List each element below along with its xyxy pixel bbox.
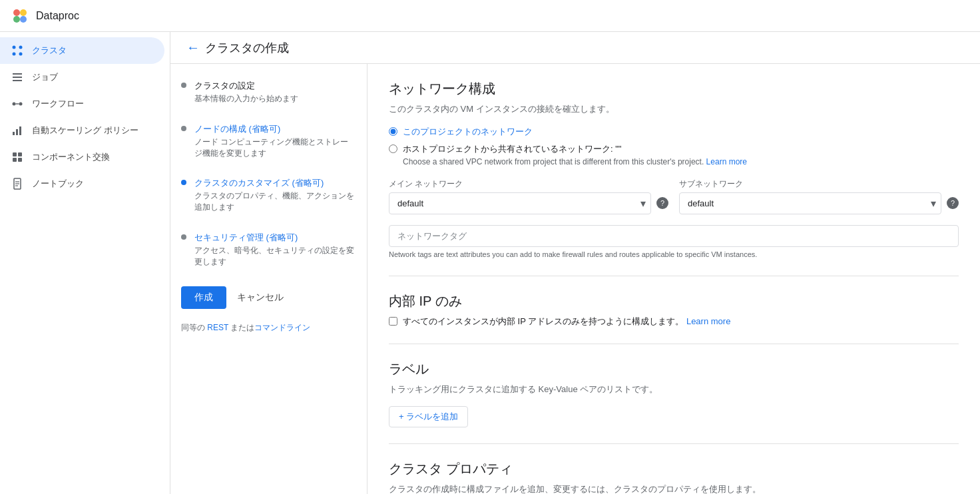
sidebar-item-workflows[interactable]: ワークフロー: [0, 91, 164, 117]
step-bullet-4: [181, 234, 186, 240]
internal-ip-learn-link[interactable]: Learn more: [686, 316, 731, 326]
notebook-icon: [11, 177, 24, 190]
sidebar: クラスタ ジョブ ワークフロー: [0, 32, 170, 494]
two-col-layout: クラスタの設定 基本情報の入力から始めます ノードの構成 (省略可) ノード コ…: [170, 64, 980, 494]
step-cluster-settings: クラスタの設定 基本情報の入力から始めます: [181, 80, 356, 105]
svg-rect-16: [19, 126, 21, 135]
network-radio-group: このプロジェクトのネットワーク ホストプロジェクトから共有されているネットワーク…: [389, 126, 959, 168]
cluster-properties-title: クラスタ プロパティ: [389, 460, 959, 478]
sidebar-item-components[interactable]: コンポーネント交換: [0, 144, 164, 170]
step-title-3: クラスタのカスタマイズ (省略可): [194, 177, 356, 189]
content-area: ← クラスタの作成 クラスタの設定 基本情報の入力から始めます: [170, 32, 980, 494]
divider-1: [389, 276, 959, 276]
sidebar-item-clusters[interactable]: クラスタ: [0, 37, 164, 64]
step-bullet-1: [181, 83, 186, 88]
svg-rect-18: [18, 152, 22, 156]
divider-3: [389, 443, 959, 444]
or-text: または: [228, 323, 254, 332]
radio-this-project-label[interactable]: このプロジェクトのネットワーク: [403, 126, 533, 138]
dataproc-logo-icon: [11, 7, 29, 25]
internal-ip-label: すべてのインスタンスが内部 IP アドレスのみを持つように構成します。: [403, 316, 684, 326]
step-desc-1: 基本情報の入力から始めます: [194, 93, 298, 105]
step-desc-4: アクセス、暗号化、セキュリティの設定を変更します: [194, 245, 356, 268]
sidebar-item-notebooks-label: ノートブック: [32, 178, 84, 190]
create-button[interactable]: 作成: [181, 286, 226, 309]
radio-host-subdesc: Choose a shared VPC network from project…: [403, 156, 747, 168]
main-network-help-icon[interactable]: ?: [656, 197, 668, 209]
page-title: クラスタの作成: [205, 40, 289, 56]
network-section-desc: このクラスタ内の VM インスタンスの接続を確立します。: [389, 103, 959, 115]
radio-host-project-item: ホストプロジェクトから共有されているネットワーク: "" Choose a sh…: [389, 143, 959, 168]
svg-point-3: [20, 16, 27, 23]
sidebar-item-jobs-label: ジョブ: [32, 71, 58, 83]
step-desc-3: クラスタのプロパティ、機能、アクションを追加します: [194, 190, 356, 213]
top-header: Dataproc: [0, 0, 980, 32]
radio-host-subdesc-text: Choose a shared VPC network from project…: [403, 157, 704, 166]
svg-point-7: [19, 53, 23, 56]
svg-rect-17: [13, 152, 17, 156]
components-icon: [11, 150, 24, 164]
main-layout: クラスタ ジョブ ワークフロー: [0, 32, 980, 494]
add-label-button[interactable]: + ラベルを追加: [389, 406, 468, 427]
sidebar-item-jobs[interactable]: ジョブ: [0, 64, 164, 91]
svg-rect-8: [13, 73, 22, 75]
step-cluster-customize: クラスタのカスタマイズ (省略可) クラスタのプロパティ、機能、アクションを追加…: [181, 177, 356, 213]
step-actions: 作成 キャンセル: [181, 286, 356, 309]
svg-point-11: [13, 103, 16, 106]
rest-link[interactable]: REST: [207, 323, 228, 332]
svg-rect-14: [13, 132, 15, 135]
learn-more-link[interactable]: Learn more: [706, 157, 747, 166]
subnet-select[interactable]: default: [679, 192, 941, 214]
cluster-icon: [11, 44, 24, 57]
sidebar-item-components-label: コンポーネント交換: [32, 151, 110, 163]
labels-title: ラベル: [389, 360, 959, 378]
radio-host-project-label: ホストプロジェクトから共有されているネットワーク: "": [403, 144, 621, 154]
radio-this-project[interactable]: [389, 127, 397, 136]
rest-text: 同等の: [181, 323, 207, 332]
sidebar-item-autoscaling[interactable]: 自動スケーリング ポリシー: [0, 117, 164, 144]
radio-host-project[interactable]: [389, 144, 397, 153]
network-section-title: ネットワーク構成: [389, 80, 959, 98]
svg-point-6: [13, 53, 16, 56]
main-network-field: メイン ネットワーク default ▾ ?: [389, 178, 668, 214]
internal-ip-title: 内部 IP のみ: [389, 292, 959, 310]
step-rest-links: 同等の REST またはコマンドライン: [181, 322, 356, 334]
svg-point-1: [20, 9, 27, 16]
svg-point-12: [19, 103, 23, 106]
cluster-properties-desc: クラスタの作成時に構成ファイルを追加、変更するには、クラスタのプロパティを使用し…: [389, 483, 959, 494]
internal-ip-checkbox-item: すべてのインスタンスが内部 IP アドレスのみを持つように構成します。 Lear…: [389, 316, 959, 328]
sidebar-item-autoscaling-label: 自動スケーリング ポリシー: [32, 124, 138, 136]
main-network-select[interactable]: default: [389, 192, 651, 214]
network-tag-hint: Network tags are text attributes you can…: [389, 250, 959, 260]
step-title-2: ノードの構成 (省略可): [194, 123, 356, 135]
svg-rect-15: [16, 129, 18, 135]
subnet-field: サブネットワーク default ▾ ?: [679, 178, 959, 214]
step-security: セキュリティ管理 (省略可) アクセス、暗号化、セキュリティの設定を変更します: [181, 232, 356, 268]
sidebar-item-workflows-label: ワークフロー: [32, 98, 84, 110]
subnet-help-icon[interactable]: ?: [947, 197, 959, 209]
app-name: Dataproc: [36, 10, 79, 22]
sidebar-item-notebooks[interactable]: ノートブック: [0, 170, 164, 197]
svg-rect-20: [18, 158, 22, 162]
svg-rect-10: [13, 80, 22, 81]
jobs-icon: [11, 71, 24, 84]
app-logo: Dataproc: [11, 7, 79, 25]
svg-rect-19: [13, 158, 17, 162]
autoscale-icon: [11, 124, 24, 137]
step-title-4: セキュリティ管理 (省略可): [194, 232, 356, 244]
cancel-button[interactable]: キャンセル: [237, 292, 284, 304]
labels-desc: トラッキング用にクラスタに追加する Key-Value ペアのリストです。: [389, 383, 959, 395]
subnet-label: サブネットワーク: [679, 178, 959, 190]
svg-point-5: [19, 46, 23, 49]
internal-ip-checkbox[interactable]: [389, 317, 397, 326]
svg-point-4: [13, 46, 16, 49]
form-panel: ネットワーク構成 このクラスタ内の VM インスタンスの接続を確立します。 この…: [368, 64, 980, 494]
cmdline-link[interactable]: コマンドライン: [254, 323, 310, 332]
step-title-1: クラスタの設定: [194, 80, 298, 92]
back-button[interactable]: ←: [186, 40, 200, 55]
step-node-config: ノードの構成 (省略可) ノード コンピューティング機能とストレージ機能を変更し…: [181, 123, 356, 159]
network-tag-input[interactable]: [397, 231, 950, 241]
svg-rect-9: [13, 77, 22, 78]
steps-panel: クラスタの設定 基本情報の入力から始めます ノードの構成 (省略可) ノード コ…: [170, 64, 368, 494]
network-row: メイン ネットワーク default ▾ ? サブネット: [389, 178, 959, 214]
